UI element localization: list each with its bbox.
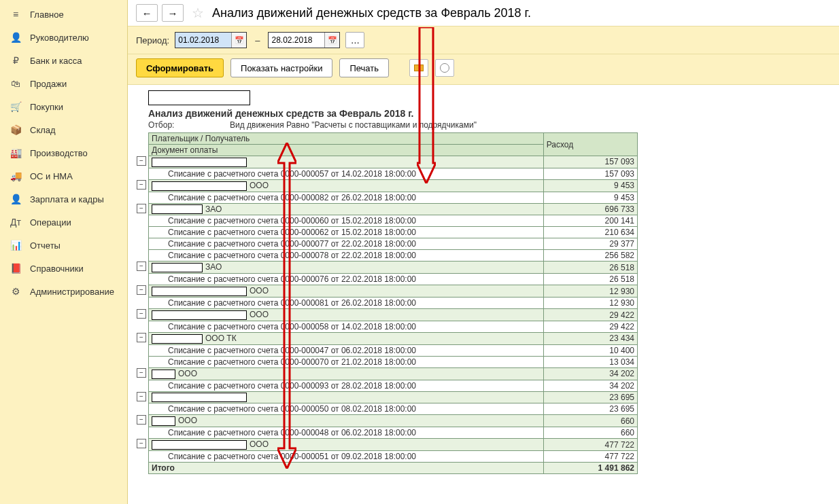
sidebar-item-0[interactable]: ≡Главное [0,3,127,26]
period-label: Период: [136,35,169,46]
detail-row[interactable]: Списание с расчетного счета 0000-000081 … [149,298,638,309]
filter-bar: Период: 📅 – 📅 … [128,26,839,54]
val-cell: 477 722 [543,451,637,463]
detail-row[interactable]: Списание с расчетного счета 0000-000047 … [149,344,638,356]
collapse-icon[interactable]: − [137,309,146,319]
sidebar-label: Производство [30,148,88,158]
report-title: Анализ движений денежных средств за Февр… [148,108,831,119]
val-cell: 26 518 [543,274,637,285]
group-row[interactable]: −ЗАО26 518 [149,262,638,274]
detail-row[interactable]: Списание с расчетного счета 0000-000077 … [149,238,638,250]
detail-row[interactable]: Списание с расчетного счета 0000-000070 … [149,356,638,367]
sidebar-item-2[interactable]: ₽Банк и касса [0,49,127,72]
sidebar-label: ОС и НМА [30,171,73,181]
mail-icon-button[interactable] [409,59,428,77]
group-sum: 477 722 [543,439,637,451]
sidebar-item-8[interactable]: 👤Зарплата и кадры [0,187,127,211]
detail-row[interactable]: Списание с расчетного счета 0000-000076 … [149,274,638,285]
report-filter-row: Отбор: Вид движения Равно "Расчеты с пос… [148,120,831,130]
col-payee: Плательщик / Получатель [149,133,544,145]
main-area: ← → ☆ Анализ движений денежных средств з… [128,0,839,504]
collapse-icon[interactable]: − [137,262,146,271]
collapse-icon[interactable]: − [137,156,146,166]
redacted-box [152,370,175,379]
back-button[interactable]: ← [136,4,158,22]
group-sum: 26 518 [543,262,637,274]
schedule-icon-button[interactable] [435,59,454,77]
collapse-icon[interactable]: − [137,204,146,213]
detail-row[interactable]: Списание с расчетного счета 0000-000051 … [149,451,638,463]
forward-button[interactable]: → [162,4,184,22]
total-value: 1 491 862 [543,463,637,474]
sidebar-item-6[interactable]: 🏭Производство [0,141,127,164]
doc-cell: Списание с расчетного счета 0000-000047 … [149,344,544,356]
group-row[interactable]: −ООО ТК23 434 [149,332,638,344]
date-from-picker[interactable]: 📅 [231,33,246,48]
collapse-icon[interactable]: − [137,392,146,401]
sidebar-label: Продажи [30,79,67,89]
group-name: ООО [250,310,269,319]
sidebar-item-4[interactable]: 🛒Покупки [0,95,127,118]
date-to-picker[interactable]: 📅 [324,33,339,48]
star-icon[interactable]: ☆ [192,5,204,21]
sidebar-item-1[interactable]: 👤Руководителю [0,26,127,49]
group-row[interactable]: −157 093 [149,156,638,168]
collapse-icon[interactable]: − [137,333,146,342]
detail-row[interactable]: Списание с расчетного счета 0000-000048 … [149,427,638,439]
date-to-input[interactable] [269,33,324,48]
doc-cell: Списание с расчетного счета 0000-000082 … [149,192,544,203]
detail-row[interactable]: Списание с расчетного счета 0000-000057 … [149,168,638,179]
detail-row[interactable]: Списание с расчетного счета 0000-000078 … [149,250,638,262]
detail-row[interactable]: Списание с расчетного счета 0000-000082 … [149,192,638,203]
group-row[interactable]: −ООО660 [149,415,638,427]
sidebar-item-7[interactable]: 🚚ОС и НМА [0,164,127,187]
doc-cell: Списание с расчетного счета 0000-000077 … [149,238,544,250]
doc-cell: Списание с расчетного счета 0000-000058 … [149,321,544,332]
redacted-box [152,181,247,191]
sidebar-item-12[interactable]: ⚙Администрирование [0,280,127,303]
group-name: ЗАО [205,204,222,214]
group-row[interactable]: −ООО477 722 [149,439,638,451]
period-select-button[interactable]: … [345,32,364,48]
sidebar-label: Покупки [30,102,63,112]
sidebar-label: Банк и касса [30,56,82,66]
show-settings-button[interactable]: Показать настройки [230,58,332,77]
collapse-icon[interactable]: − [137,368,146,378]
sidebar-item-9[interactable]: ДтОперации [0,211,127,234]
collapse-icon[interactable]: − [137,285,146,295]
sidebar-item-11[interactable]: 📕Справочники [0,257,127,280]
collapse-icon[interactable]: − [137,439,146,448]
group-name: ООО [250,286,269,295]
clock-icon [440,63,449,73]
detail-row[interactable]: Списание с расчетного счета 0000-000062 … [149,227,638,238]
group-row[interactable]: −ООО12 930 [149,285,638,298]
collapse-icon[interactable]: − [137,415,146,425]
redacted-box [152,440,247,450]
group-row[interactable]: −ООО9 453 [149,179,638,192]
sidebar-item-5[interactable]: 📦Склад [0,118,127,141]
form-button[interactable]: Сформировать [136,58,224,77]
group-row[interactable]: −23 695 [149,391,638,403]
sidebar-item-3[interactable]: 🛍Продажи [0,72,127,95]
group-row[interactable]: −ООО29 422 [149,309,638,321]
group-sum: 157 093 [543,156,637,168]
val-cell: 34 202 [543,380,637,391]
print-button[interactable]: Печать [339,58,389,77]
group-sum: 34 202 [543,367,637,380]
date-from-input[interactable] [175,33,231,48]
group-sum: 696 733 [543,203,637,215]
detail-row[interactable]: Списание с расчетного счета 0000-000060 … [149,215,638,227]
detail-row[interactable]: Списание с расчетного счета 0000-000058 … [149,321,638,332]
group-row[interactable]: −ЗАО696 733 [149,203,638,215]
detail-row[interactable]: Списание с расчетного счета 0000-000050 … [149,403,638,415]
detail-row[interactable]: Списание с расчетного счета 0000-000093 … [149,380,638,391]
sidebar-item-10[interactable]: 📊Отчеты [0,234,127,257]
sidebar-icon: 📕 [10,263,22,274]
group-sum: 12 930 [543,285,637,298]
sidebar-label: Зарплата и кадры [30,194,104,204]
sidebar-label: Склад [30,125,56,135]
group-name: ООО [250,181,269,190]
collapse-icon[interactable]: − [137,180,146,190]
group-row[interactable]: −ООО34 202 [149,367,638,380]
doc-cell: Списание с расчетного счета 0000-000060 … [149,215,544,227]
